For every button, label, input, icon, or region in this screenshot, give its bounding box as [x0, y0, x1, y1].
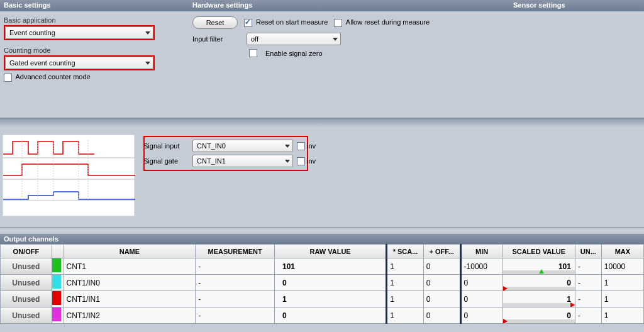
cell-unit[interactable]: -	[575, 291, 601, 307]
signal-gate-inv-label: inv	[307, 157, 316, 165]
input-filter-value: off	[251, 35, 258, 43]
cell-measurement[interactable]: -	[196, 291, 275, 307]
channel-color-swatch[interactable]	[52, 258, 61, 272]
chevron-down-icon	[145, 31, 150, 35]
cell-scale[interactable]: 1	[387, 275, 424, 291]
cell-max[interactable]: 1	[601, 291, 643, 307]
cell-max[interactable]: 10000	[601, 258, 643, 275]
cell-raw[interactable]: 1	[275, 291, 387, 307]
cell-min[interactable]: 0	[460, 275, 502, 291]
onoff-button[interactable]: Unused	[1, 307, 52, 323]
signal-gate-select[interactable]: CNT_IN1	[192, 155, 293, 167]
col-offset[interactable]: + OFF...	[423, 245, 460, 258]
table-header-row: ON/OFF NAME MEASUREMENT RAW VALUE * SCA.…	[1, 245, 644, 258]
signal-input-value: CNT_IN0	[197, 142, 226, 150]
waveform-preview	[3, 135, 135, 216]
signal-gate-value: CNT_IN1	[197, 157, 226, 165]
channel-color-swatch[interactable]	[52, 307, 61, 321]
counting-mode-value: Gated event counting	[9, 59, 75, 67]
cell-scale[interactable]: 1	[387, 291, 424, 307]
basic-settings-header: Basic settings	[4, 1, 192, 10]
input-filter-label: Input filter	[192, 35, 240, 43]
cell-unit[interactable]: -	[575, 307, 601, 324]
cell-unit[interactable]: -	[575, 258, 601, 275]
enable-signal-zero-checkbox[interactable]	[249, 49, 257, 57]
table-row: UnusedCNT1/IN1-11001-1	[1, 291, 644, 307]
basic-settings-panel: Basic application Event counting Countin…	[0, 11, 189, 118]
cell-min[interactable]: 0	[460, 291, 502, 307]
cell-min[interactable]: 0	[460, 307, 502, 324]
basic-application-label: Basic application	[4, 16, 185, 24]
allow-reset-checkbox[interactable]	[334, 19, 342, 27]
signal-fields: Signal input CNT_IN0 inv Signal gate CNT…	[143, 138, 316, 169]
reset-on-start-checkbox[interactable]	[244, 19, 252, 27]
col-color[interactable]	[52, 245, 64, 258]
cell-offset[interactable]: 0	[423, 307, 460, 324]
onoff-button[interactable]: Unused	[1, 291, 52, 307]
advanced-counter-label: Advanced counter mode	[15, 73, 90, 80]
cell-offset[interactable]: 0	[423, 258, 460, 275]
signal-area: Signal input CNT_IN0 inv Signal gate CNT…	[0, 127, 644, 228]
enable-signal-zero-label: Enable signal zero	[265, 50, 323, 57]
cell-scaled[interactable]: 0	[502, 275, 575, 291]
cell-raw[interactable]: 0	[275, 307, 387, 324]
basic-application-select[interactable]: Event counting	[5, 26, 153, 39]
cell-scaled[interactable]: 0	[502, 307, 575, 324]
col-min[interactable]: MIN	[460, 245, 502, 258]
signal-gate-inv-checkbox[interactable]	[297, 157, 305, 165]
col-onoff[interactable]: ON/OFF	[1, 245, 52, 258]
input-filter-select[interactable]: off	[247, 33, 341, 45]
cell-name[interactable]: CNT1	[64, 258, 196, 275]
channel-color-swatch[interactable]	[52, 275, 61, 289]
cell-offset[interactable]: 0	[423, 291, 460, 307]
col-unit[interactable]: UN...	[575, 245, 601, 258]
output-channels-header: Output channels	[0, 234, 644, 244]
col-max[interactable]: MAX	[601, 245, 643, 258]
cell-name[interactable]: CNT1/IN0	[64, 275, 196, 291]
cell-max[interactable]: 1	[601, 275, 643, 291]
top-area: Basic application Event counting Countin…	[0, 11, 644, 118]
cell-scaled[interactable]: 101	[502, 258, 575, 275]
table-row: UnusedCNT1/IN0-01000-1	[1, 275, 644, 291]
cell-scaled[interactable]: 1	[502, 291, 575, 307]
sensor-settings-header: Sensor settings	[513, 1, 565, 10]
cell-offset[interactable]: 0	[423, 275, 460, 291]
hardware-settings-header: Hardware settings	[192, 1, 513, 10]
hardware-settings-panel: Reset Reset on start measure Allow reset…	[189, 11, 433, 118]
cell-unit[interactable]: -	[575, 275, 601, 291]
cell-scale[interactable]: 1	[387, 307, 424, 324]
advanced-counter-checkbox[interactable]	[4, 74, 12, 82]
chevron-down-icon	[285, 145, 290, 148]
allow-reset-label: Allow reset during measure	[346, 18, 430, 26]
chevron-down-icon	[333, 38, 338, 41]
spacer	[0, 118, 644, 127]
cell-min[interactable]: -10000	[460, 258, 502, 275]
col-scale[interactable]: * SCA...	[387, 245, 424, 258]
col-raw-value[interactable]: RAW VALUE	[275, 245, 387, 258]
col-scaled-value[interactable]: SCALED VALUE	[502, 245, 575, 258]
basic-application-value: Event counting	[9, 29, 55, 36]
counting-mode-select[interactable]: Gated event counting	[5, 57, 153, 69]
reset-button[interactable]: Reset	[192, 16, 238, 29]
cell-name[interactable]: CNT1/IN1	[64, 291, 196, 307]
col-measurement[interactable]: MEASUREMENT	[196, 245, 275, 258]
channel-color-swatch[interactable]	[52, 291, 61, 305]
chevron-down-icon	[145, 62, 150, 65]
cell-measurement[interactable]: -	[196, 307, 275, 324]
cell-raw[interactable]: 0	[275, 275, 387, 291]
onoff-button[interactable]: Unused	[1, 275, 52, 290]
output-channels-table: ON/OFF NAME MEASUREMENT RAW VALUE * SCA.…	[0, 244, 644, 324]
signal-input-select[interactable]: CNT_IN0	[192, 140, 293, 152]
chevron-down-icon	[285, 160, 290, 163]
cell-measurement[interactable]: -	[196, 275, 275, 291]
cell-raw[interactable]: 101	[275, 258, 387, 275]
signal-input-inv-label: inv	[307, 142, 316, 150]
counting-mode-label: Counting mode	[4, 47, 185, 54]
cell-max[interactable]: 1	[601, 307, 643, 324]
cell-scale[interactable]: 1	[387, 258, 424, 275]
col-name[interactable]: NAME	[64, 245, 196, 258]
signal-input-inv-checkbox[interactable]	[297, 142, 305, 150]
onoff-button[interactable]: Unused	[1, 258, 52, 274]
cell-name[interactable]: CNT1/IN2	[64, 307, 196, 324]
cell-measurement[interactable]: -	[196, 258, 275, 275]
